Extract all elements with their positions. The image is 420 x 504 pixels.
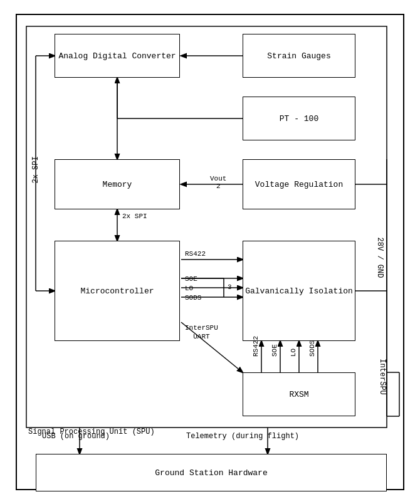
bus3-label: 3 — [228, 283, 232, 291]
lo-rxsm-label: LO — [290, 349, 297, 357]
memory-label: Memory — [103, 180, 132, 189]
svg-rect-26 — [26, 26, 387, 428]
adc-box: Analog Digital Converter — [55, 34, 180, 78]
rxsm-label: RXSM — [289, 390, 308, 399]
memory-box: Memory — [55, 159, 180, 209]
soe-rxsm-label: SOE — [271, 344, 278, 357]
strain-gauges-label: Strain Gauges — [267, 51, 330, 61]
pt100-box: PT - 100 — [243, 97, 355, 140]
voltage-reg-label: Voltage Regulation — [255, 180, 343, 189]
sods-mc-label: SODS — [185, 294, 201, 302]
microcontroller-box: Microcontroller — [55, 241, 180, 341]
strain-gauges-box: Strain Gauges — [243, 34, 355, 78]
interspu-right-label: InterSPU — [378, 355, 387, 399]
vout-label: Vout2 — [210, 175, 226, 190]
ground-station-label: Ground Station Hardware — [155, 468, 267, 478]
block-diagram: Analog Digital Converter Strain Gauges P… — [16, 14, 404, 490]
adc-label: Analog Digital Converter — [58, 51, 176, 61]
galvanic-box: Galvanically Isolation — [243, 241, 355, 341]
sods-rxsm-label: SODS — [308, 340, 316, 357]
telemetry-label: Telemetry (during flight) — [186, 432, 299, 441]
spi-left-label: 2x SPI — [31, 151, 40, 189]
v28-label: 28V / GND — [375, 236, 384, 280]
ground-station-box: Ground Station Hardware — [36, 454, 387, 491]
rs422-label: RS422 — [185, 250, 206, 258]
rs422-rxsm-label: RS422 — [252, 336, 260, 357]
interspu-uart-label: InterSPUUART — [185, 323, 218, 342]
spi-bus-label: 2x SPI — [122, 213, 147, 220]
microcontroller-label: Microcontroller — [80, 286, 154, 296]
rxsm-box: RXSM — [243, 372, 355, 416]
pt100-label: PT - 100 — [280, 114, 318, 123]
lo-mc-label: LO — [185, 285, 193, 292]
usb-label: USB (on ground) — [42, 432, 110, 441]
soe-mc-label: SOE — [185, 275, 197, 283]
galvanic-label: Galvanically Isolation — [245, 286, 353, 296]
voltage-reg-box: Voltage Regulation — [243, 159, 355, 209]
